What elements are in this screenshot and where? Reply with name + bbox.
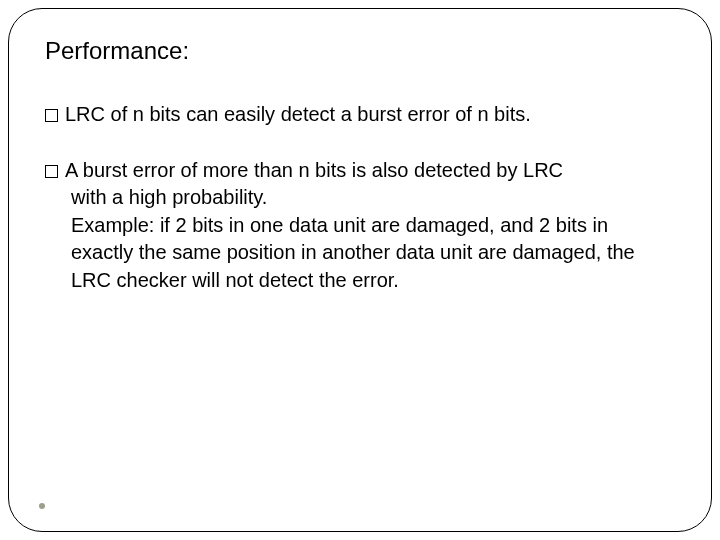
bullet-line: A burst error of more than n bits is als…: [45, 157, 675, 185]
decorative-dot-icon: [39, 503, 45, 509]
bullet-text: A burst error of more than n bits is als…: [65, 159, 563, 181]
bullet-text: LRC of n bits can easily detect a burst …: [65, 103, 531, 125]
slide-frame: Performance: LRC of n bits can easily de…: [8, 8, 712, 532]
bullet-item: A burst error of more than n bits is als…: [45, 157, 675, 295]
bullet-line: LRC of n bits can easily detect a burst …: [45, 101, 675, 129]
bullet-marker-icon: [45, 109, 58, 122]
bullet-item: LRC of n bits can easily detect a burst …: [45, 101, 675, 129]
slide-title: Performance:: [45, 37, 675, 65]
bullet-marker-icon: [45, 165, 58, 178]
bullet-continuation: with a high probability. Example: if 2 b…: [71, 184, 675, 294]
